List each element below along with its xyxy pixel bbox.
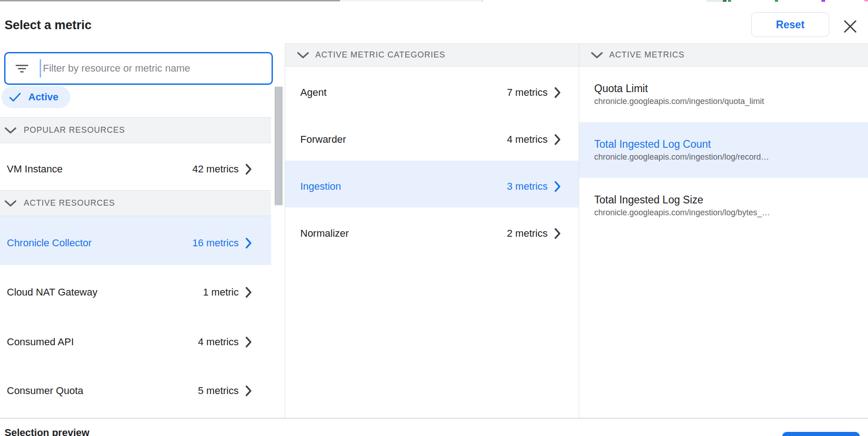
selection-preview-label: Selection preview xyxy=(5,427,89,436)
resource-metric-count: 5 metrics xyxy=(198,385,239,397)
background-chart-tick xyxy=(864,0,868,1)
chevron-right-icon xyxy=(554,228,561,239)
resource-metric-count: 42 metrics xyxy=(193,163,239,175)
chevron-right-icon xyxy=(245,286,252,298)
check-icon xyxy=(9,92,21,102)
chevron-right-icon xyxy=(245,163,252,175)
filter-icon xyxy=(15,63,29,74)
metric-title: Total Ingested Log Count xyxy=(594,137,859,151)
close-icon xyxy=(843,20,857,33)
metric-item-total-ingested-log-size[interactable]: Total Ingested Log Size chronicle.google… xyxy=(579,178,868,234)
background-bar xyxy=(340,0,484,1)
filter-placeholder: Filter by resource or metric name xyxy=(43,62,190,74)
section-header-label: POPULAR RESOURCES xyxy=(24,125,125,135)
category-label: Normalizer xyxy=(300,228,507,239)
section-header-popular-resources[interactable]: POPULAR RESOURCES xyxy=(0,117,271,143)
background-bar xyxy=(0,0,340,1)
category-label: Agent xyxy=(300,87,507,99)
active-filter-chip[interactable]: Active xyxy=(1,86,70,108)
chevron-right-icon xyxy=(554,87,561,99)
resources-panel: POPULAR RESOURCES VM Instance 42 metrics… xyxy=(0,117,271,413)
chevron-right-icon xyxy=(245,336,252,348)
metric-id: chronicle.googleapis.com/ingestion/log/r… xyxy=(594,151,859,163)
chevron-right-icon xyxy=(554,181,561,192)
background-chart-tick xyxy=(723,0,727,2)
category-item-forwarder[interactable]: Forwarder 4 metrics xyxy=(285,114,579,161)
chevron-right-icon xyxy=(245,385,252,397)
category-metric-count: 3 metrics xyxy=(507,181,548,192)
resource-label: Cloud NAT Gateway xyxy=(7,286,203,298)
background-divider xyxy=(482,0,483,2)
resource-label: Consumer Quota xyxy=(7,385,198,397)
page-title: Select a metric xyxy=(5,18,92,32)
section-header-label: ACTIVE METRICS xyxy=(609,50,685,60)
resource-label: Consumed API xyxy=(7,336,198,348)
resource-label: VM Instance xyxy=(7,163,193,175)
chevron-down-icon xyxy=(591,52,603,59)
resource-item-chronicle-collector[interactable]: Chronicle Collector 16 metrics xyxy=(0,216,271,265)
resource-metric-count: 16 metrics xyxy=(193,237,239,249)
left-panel-scrollbar[interactable] xyxy=(275,87,282,205)
resource-item-consumed-api[interactable]: Consumed API 4 metrics xyxy=(0,315,271,364)
resource-metric-count: 4 metrics xyxy=(198,336,239,348)
section-header-active-resources[interactable]: ACTIVE RESOURCES xyxy=(0,190,271,216)
section-header-label: ACTIVE RESOURCES xyxy=(24,198,115,208)
category-label: Forwarder xyxy=(300,134,507,145)
text-caret xyxy=(40,59,41,78)
close-button[interactable] xyxy=(842,18,858,35)
metrics-panel: ACTIVE METRICS Quota Limit chronicle.goo… xyxy=(579,43,868,234)
metric-id: chronicle.googleapis.com/ingestion/quota… xyxy=(594,96,859,107)
reset-button[interactable]: Reset xyxy=(751,12,829,37)
category-item-normalizer[interactable]: Normalizer 2 metrics xyxy=(285,208,579,254)
primary-action-button[interactable] xyxy=(782,432,860,436)
metric-title: Quota Limit xyxy=(594,81,859,96)
chevron-down-icon xyxy=(297,52,309,59)
section-header-active-metric-categories[interactable]: ACTIVE METRIC CATEGORIES xyxy=(285,43,579,67)
resource-item-vm-instance[interactable]: VM Instance 42 metrics xyxy=(0,143,271,190)
background-chart-tick xyxy=(728,0,731,2)
background-chart-tick xyxy=(775,0,778,2)
footer-divider xyxy=(0,418,868,419)
background-chart-tick xyxy=(821,0,825,2)
chevron-right-icon xyxy=(245,237,252,249)
metric-id: chronicle.googleapis.com/ingestion/log/b… xyxy=(594,207,859,218)
chevron-down-icon xyxy=(4,200,17,207)
chevron-right-icon xyxy=(554,134,561,145)
metric-item-quota-limit[interactable]: Quota Limit chronicle.googleapis.com/ing… xyxy=(579,67,868,122)
active-chip-label: Active xyxy=(28,91,58,103)
chevron-down-icon xyxy=(4,127,17,134)
metric-item-total-ingested-log-count[interactable]: Total Ingested Log Count chronicle.googl… xyxy=(579,122,868,178)
category-metric-count: 4 metrics xyxy=(507,134,548,145)
category-metric-count: 7 metrics xyxy=(507,87,548,99)
category-item-ingestion[interactable]: Ingestion 3 metrics xyxy=(285,161,579,208)
category-item-agent[interactable]: Agent 7 metrics xyxy=(285,67,579,114)
metric-categories-panel: ACTIVE METRIC CATEGORIES Agent 7 metrics… xyxy=(285,43,579,254)
resource-label: Chronicle Collector xyxy=(7,237,193,249)
resource-item-consumer-quota[interactable]: Consumer Quota 5 metrics xyxy=(0,364,271,413)
resource-metric-count: 1 metric xyxy=(203,286,239,298)
category-label: Ingestion xyxy=(300,181,507,192)
resource-item-cloud-nat-gateway[interactable]: Cloud NAT Gateway 1 metric xyxy=(0,265,271,315)
category-metric-count: 2 metrics xyxy=(507,228,548,239)
filter-input[interactable]: Filter by resource or metric name xyxy=(4,52,273,85)
section-header-label: ACTIVE METRIC CATEGORIES xyxy=(315,50,445,60)
section-header-active-metrics[interactable]: ACTIVE METRICS xyxy=(579,43,868,67)
metric-title: Total Ingested Log Size xyxy=(594,192,859,207)
